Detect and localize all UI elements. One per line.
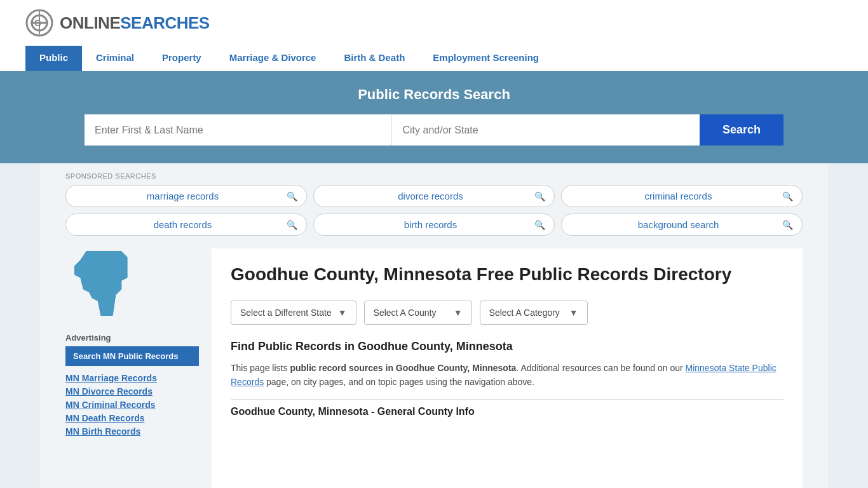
sponsored-text-death: death records xyxy=(79,219,287,230)
sponsored-item-background[interactable]: background search 🔍 xyxy=(561,214,803,236)
sidebar-link-death-anchor[interactable]: MN Death Records xyxy=(65,413,144,423)
sidebar-ad-label: Advertising xyxy=(65,333,199,342)
sidebar-links: MN Marriage Records MN Divorce Records M… xyxy=(65,372,199,437)
sidebar-link-birth-anchor[interactable]: MN Birth Records xyxy=(65,426,140,437)
sponsored-text-divorce: divorce records xyxy=(327,191,534,201)
search-icon-marriage: 🔍 xyxy=(287,191,297,201)
content-area: Advertising Search MN Public Records MN … xyxy=(65,248,803,488)
sidebar-link-death[interactable]: MN Death Records xyxy=(65,412,199,423)
category-dropdown-arrow: ▼ xyxy=(569,308,578,318)
main-content: Goodhue County, Minnesota Free Public Re… xyxy=(212,248,803,488)
page-title: Goodhue County, Minnesota Free Public Re… xyxy=(231,264,783,285)
state-map xyxy=(65,248,199,320)
search-button[interactable]: Search xyxy=(700,114,783,146)
main-container: SPONSORED SEARCHES marriage records 🔍 di… xyxy=(40,163,828,488)
state-dropdown-arrow: ▼ xyxy=(338,308,347,318)
search-icon-divorce: 🔍 xyxy=(534,191,545,201)
sponsored-item-birth[interactable]: birth records 🔍 xyxy=(313,214,555,236)
sidebar-link-marriage-anchor[interactable]: MN Marriage Records xyxy=(65,373,157,383)
sponsored-item-criminal[interactable]: criminal records 🔍 xyxy=(561,185,803,207)
sidebar-link-marriage[interactable]: MN Marriage Records xyxy=(65,372,199,383)
sidebar-ad-button[interactable]: Search MN Public Records xyxy=(65,346,199,366)
location-input[interactable] xyxy=(392,114,699,146)
sidebar-link-divorce-anchor[interactable]: MN Divorce Records xyxy=(65,386,153,396)
find-desc-text-1: This page lists xyxy=(231,363,290,373)
sidebar-link-birth[interactable]: MN Birth Records xyxy=(65,426,199,437)
nav-item-criminal[interactable]: Criminal xyxy=(82,46,148,71)
find-desc-text-3: page, on city pages, and on topic pages … xyxy=(264,377,534,387)
logo-text: ONLINE SEARCHES xyxy=(60,13,210,33)
sponsored-text-background: background search xyxy=(574,219,782,230)
nav-item-birth-death[interactable]: Birth & Death xyxy=(330,46,419,71)
state-dropdown-label: Select a Different State xyxy=(240,308,332,318)
sponsored-grid: marriage records 🔍 divorce records 🔍 cri… xyxy=(65,185,803,236)
nav-item-property[interactable]: Property xyxy=(148,46,215,71)
logo-online: ONLINE xyxy=(60,13,120,33)
county-dropdown-label: Select A County xyxy=(374,308,437,318)
find-title: Find Public Records in Goodhue County, M… xyxy=(231,340,783,353)
sponsored-text-marriage: marriage records xyxy=(79,191,287,201)
header: G ONLINE SEARCHES Public Criminal Proper… xyxy=(0,0,868,71)
search-icon-criminal: 🔍 xyxy=(782,191,793,201)
sponsored-text-birth: birth records xyxy=(327,219,534,230)
county-dropdown[interactable]: Select A County ▼ xyxy=(364,301,472,325)
logo-searches: SEARCHES xyxy=(120,13,209,33)
sponsored-item-divorce[interactable]: divorce records 🔍 xyxy=(313,185,555,207)
sidebar-link-criminal[interactable]: MN Criminal Records xyxy=(65,399,199,410)
sidebar-link-criminal-anchor[interactable]: MN Criminal Records xyxy=(65,400,156,410)
search-banner-title: Public Records Search xyxy=(25,86,843,103)
find-desc-text-2: . Additional resources can be found on o… xyxy=(516,363,685,373)
nav-item-employment[interactable]: Employment Screening xyxy=(419,46,553,71)
logo-icon: G xyxy=(25,9,53,37)
nav-item-public[interactable]: Public xyxy=(25,46,82,71)
logo-area: G ONLINE SEARCHES xyxy=(25,9,843,37)
category-dropdown-label: Select A Category xyxy=(489,308,560,318)
state-dropdown[interactable]: Select a Different State ▼ xyxy=(231,301,356,325)
dropdowns-row: Select a Different State ▼ Select A Coun… xyxy=(231,301,783,325)
mn-map-svg xyxy=(65,248,148,318)
section-divider xyxy=(231,399,783,400)
sidebar-link-divorce[interactable]: MN Divorce Records xyxy=(65,386,199,396)
sponsored-item-death[interactable]: death records 🔍 xyxy=(65,214,307,236)
search-banner: Public Records Search Search xyxy=(0,71,868,163)
search-icon-birth: 🔍 xyxy=(534,220,545,230)
svg-text:G: G xyxy=(34,18,41,28)
main-nav: Public Criminal Property Marriage & Divo… xyxy=(25,46,843,71)
category-dropdown[interactable]: Select A Category ▼ xyxy=(480,301,588,325)
sidebar: Advertising Search MN Public Records MN … xyxy=(65,248,199,488)
nav-item-marriage-divorce[interactable]: Marriage & Divorce xyxy=(215,46,330,71)
sponsored-text-criminal: criminal records xyxy=(574,191,782,201)
svg-marker-5 xyxy=(75,252,128,316)
search-form: Search xyxy=(85,114,783,146)
sponsored-item-marriage[interactable]: marriage records 🔍 xyxy=(65,185,307,207)
county-dropdown-arrow: ▼ xyxy=(454,308,463,318)
search-icon-death: 🔍 xyxy=(287,220,297,230)
name-input[interactable] xyxy=(85,114,392,146)
find-desc: This page lists public record sources in… xyxy=(231,361,783,390)
section-subtitle: Goodhue County, Minnesota - General Coun… xyxy=(231,406,783,417)
search-icon-background: 🔍 xyxy=(782,220,793,230)
find-desc-bold: public record sources in Goodhue County,… xyxy=(290,363,516,373)
sponsored-label: SPONSORED SEARCHES xyxy=(65,163,803,185)
